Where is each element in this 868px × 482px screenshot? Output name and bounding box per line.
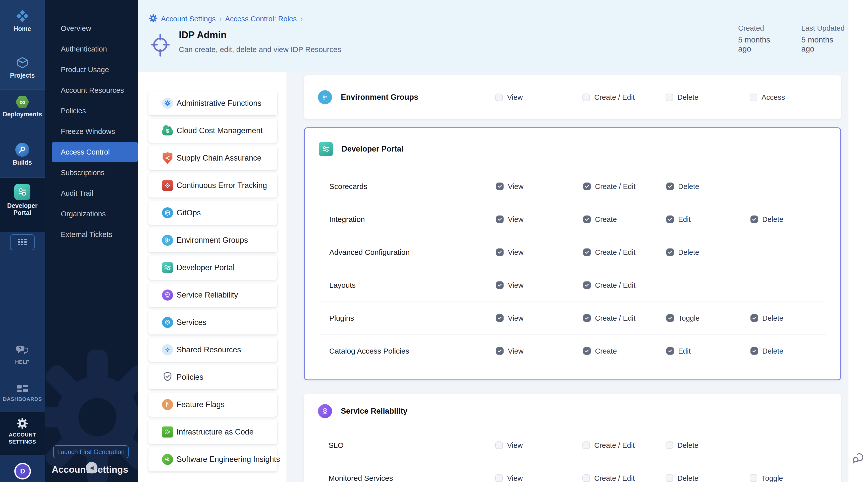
- rail-item-developer-portal[interactable]: Developer Portal: [0, 184, 45, 216]
- module-picker-button[interactable]: [10, 234, 35, 250]
- checkbox-view[interactable]: [496, 248, 503, 256]
- software-engineering-insights-icon: [162, 454, 173, 465]
- permission-label: Create / Edit: [594, 441, 635, 449]
- checkbox-create[interactable]: [583, 216, 591, 223]
- sidebar-item-external-tickets[interactable]: External Tickets: [45, 224, 138, 245]
- checkbox-delete[interactable]: [665, 442, 673, 449]
- cloud-cost-management-icon: $: [162, 125, 173, 137]
- resource-list-panel: Administrative Functions$Cloud Cost Mana…: [138, 71, 287, 482]
- resource-item-infrastructure-as-code[interactable]: Infrastructure as Code: [149, 420, 277, 444]
- permission-label: Create: [595, 215, 617, 223]
- sidebar-item-product-usage[interactable]: Product Usage: [45, 59, 138, 80]
- sidebar-item-policies[interactable]: Policies: [45, 100, 138, 121]
- permission-label: View: [508, 182, 523, 190]
- checkbox-edit[interactable]: [666, 216, 674, 223]
- permission-row-label: SLO: [329, 441, 344, 450]
- checkbox-create-edit[interactable]: [583, 248, 591, 256]
- sidebar-item-authentication[interactable]: Authentication: [45, 39, 138, 59]
- checkbox-delete[interactable]: [750, 314, 758, 322]
- checkbox-view[interactable]: [495, 93, 503, 101]
- rail-item-account-settings[interactable]: ACCOUNT SETTINGS: [0, 418, 45, 445]
- resource-item-software-engineering-insights[interactable]: Software Engineering Insights: [149, 447, 277, 472]
- resource-item-environment-groups[interactable]: Environment Groups: [149, 228, 277, 252]
- rail-item-home[interactable]: Home: [0, 9, 45, 32]
- sidebar-item-access-control[interactable]: Access Control: [52, 142, 138, 162]
- checkbox-view[interactable]: [496, 183, 503, 190]
- resource-item-supply-chain-assurance[interactable]: Supply Chain Assurance: [149, 146, 277, 170]
- resource-item-policies[interactable]: Policies: [149, 365, 277, 389]
- checkbox-delete[interactable]: [665, 93, 673, 101]
- sidebar-item-audit-trail[interactable]: Audit Trail: [45, 183, 138, 204]
- sidebar-item-account-resources[interactable]: Account Resources: [45, 80, 138, 100]
- resource-item-cloud-cost-management[interactable]: $Cloud Cost Management: [149, 119, 277, 143]
- sidebar-collapse-button[interactable]: ◀: [86, 462, 97, 474]
- breadcrumb-link-account-settings[interactable]: Account Settings: [161, 15, 216, 23]
- resource-item-administrative-functions[interactable]: Administrative Functions: [149, 91, 277, 115]
- resource-item-gitops[interactable]: GitOps: [149, 201, 277, 225]
- checkbox-delete[interactable]: [665, 475, 673, 482]
- checkbox-view[interactable]: [496, 314, 503, 322]
- permission-label: View: [508, 248, 523, 256]
- permission-view: View: [496, 347, 523, 355]
- sidebar-item-label: Account Resources: [61, 86, 124, 94]
- rail-item-deployments[interactable]: ∞ Deployments: [0, 95, 45, 118]
- checkbox-view[interactable]: [496, 216, 503, 223]
- breadcrumb-separator: ›: [300, 15, 303, 23]
- sidebar-item-subscriptions[interactable]: Subscriptions: [45, 162, 138, 183]
- permission-card-service-reliability[interactable]: Service ReliabilitySLOViewCreate / EditD…: [304, 394, 841, 482]
- resource-item-feature-flags[interactable]: Feature Flags: [149, 393, 277, 417]
- permission-delete: Delete: [665, 474, 699, 482]
- permission-create-edit: Create / Edit: [583, 441, 635, 449]
- created-label: Created: [738, 24, 785, 32]
- checkbox-delete[interactable]: [750, 216, 758, 223]
- permission-create: Create: [583, 215, 617, 223]
- checkbox-view[interactable]: [495, 442, 503, 449]
- checkbox-create[interactable]: [583, 347, 591, 355]
- checkbox-create-edit[interactable]: [583, 442, 590, 449]
- sidebar-item-organizations[interactable]: Organizations: [45, 204, 138, 224]
- infrastructure-as-code-icon: [162, 426, 173, 438]
- sidebar-item-overview[interactable]: Overview: [45, 18, 138, 39]
- permission-view: View: [496, 281, 523, 289]
- checkbox-access[interactable]: [750, 93, 757, 101]
- permission-label: Create / Edit: [595, 314, 636, 322]
- checkbox-delete[interactable]: [750, 347, 758, 355]
- launch-first-generation-button[interactable]: Launch First Generation: [53, 445, 129, 458]
- permission-label: View: [507, 441, 523, 449]
- permission-card-environment-groups[interactable]: Environment GroupsViewCreate / EditDelet…: [304, 76, 841, 119]
- checkbox-create-edit[interactable]: [583, 93, 590, 101]
- resource-item-continuous-error-tracking[interactable]: Continuous Error Tracking: [149, 173, 277, 198]
- permission-row-label: Monitored Services: [329, 474, 393, 482]
- resource-item-shared-resources[interactable]: Shared Resources: [149, 338, 277, 362]
- permission-label: Access: [762, 93, 785, 101]
- rail-item-label: Home: [0, 25, 45, 32]
- sidebar-item-freeze-windows[interactable]: Freeze Windows: [45, 121, 138, 142]
- checkbox-create-edit[interactable]: [583, 475, 590, 482]
- checkbox-toggle[interactable]: [750, 475, 757, 482]
- rail-item-builds[interactable]: Builds: [0, 143, 45, 166]
- rail-item-dashboards[interactable]: DASHBOARDS: [0, 385, 45, 402]
- breadcrumb-link-access-control-roles[interactable]: Access Control: Roles: [225, 15, 297, 23]
- checkbox-delete[interactable]: [666, 248, 674, 256]
- page-title: IDP Admin: [179, 30, 226, 40]
- permission-card-developer-portal[interactable]: Developer PortalScorecardsViewCreate / E…: [304, 127, 841, 380]
- user-avatar[interactable]: D: [14, 463, 31, 480]
- checkbox-view[interactable]: [496, 281, 503, 289]
- resource-item-services[interactable]: Services: [149, 310, 277, 334]
- checkbox-create-edit[interactable]: [583, 183, 591, 190]
- home-icon: [0, 9, 45, 23]
- checkbox-delete[interactable]: [666, 183, 674, 190]
- checkbox-view[interactable]: [496, 347, 503, 355]
- resource-item-developer-portal[interactable]: Developer Portal: [149, 255, 277, 280]
- resource-item-service-reliability[interactable]: Service Reliability: [149, 283, 277, 307]
- permission-label: Toggle: [762, 474, 783, 482]
- checkbox-edit[interactable]: [666, 347, 674, 355]
- checkbox-create-edit[interactable]: [583, 314, 591, 322]
- chat-bubbles-icon[interactable]: [852, 451, 866, 466]
- checkbox-create-edit[interactable]: [583, 281, 591, 289]
- checkbox-toggle[interactable]: [666, 314, 674, 322]
- rail-item-help[interactable]: ? HELP: [0, 345, 45, 365]
- checkbox-view[interactable]: [495, 475, 503, 482]
- right-utility-strip: [848, 0, 868, 482]
- rail-item-projects[interactable]: Projects: [0, 56, 45, 79]
